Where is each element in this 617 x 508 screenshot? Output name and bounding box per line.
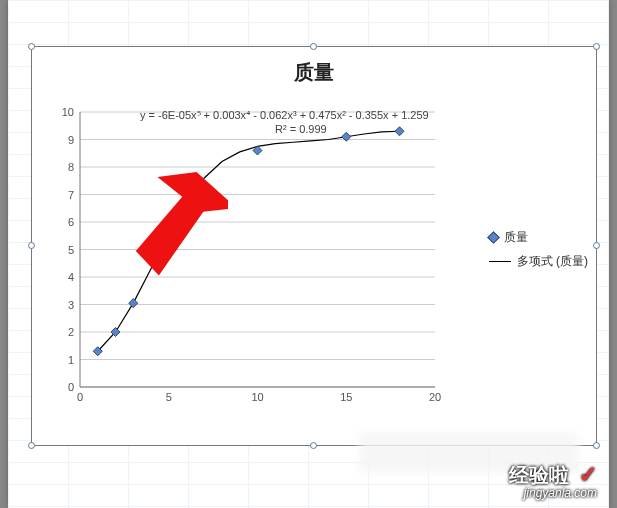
chart-svg: 01234567891005101520 y = -6E-05x⁵ + 0.00… [70,107,440,407]
data-point[interactable] [129,299,138,308]
trendline-r2[interactable]: R² = 0.999 [275,123,327,135]
y-tick-label: 9 [68,134,74,146]
y-tick-label: 1 [68,354,74,366]
document-page: 质量 01234567891005101520 y = -6E-05x⁵ + 0… [8,0,609,508]
resize-handle[interactable] [593,442,600,449]
x-tick-label: 5 [166,391,172,403]
resize-handle[interactable] [28,242,35,249]
chart-title[interactable]: 质量 [32,59,596,86]
y-tick-label: 7 [68,189,74,201]
line-icon [489,261,511,262]
watermark-url: jingyanla.com [509,487,597,500]
legend-item-series[interactable]: 质量 [489,227,588,247]
y-tick-label: 10 [62,106,74,118]
resize-handle[interactable] [593,43,600,50]
chart-plot-area[interactable]: 01234567891005101520 y = -6E-05x⁵ + 0.00… [70,107,440,407]
y-tick-label: 0 [68,381,74,393]
chart-legend[interactable]: 质量 多项式 (质量) [489,227,588,275]
watermark-text: 经验啦 [509,464,569,486]
watermark: 经验啦 ✓ jingyanla.com [509,463,597,500]
legend-item-trendline[interactable]: 多项式 (质量) [489,251,588,271]
checkmark-icon: ✓ [579,463,597,487]
resize-handle[interactable] [28,43,35,50]
resize-handle[interactable] [28,442,35,449]
x-tick-label: 15 [340,391,352,403]
data-point[interactable] [395,127,404,136]
y-tick-label: 5 [68,244,74,256]
legend-label: 多项式 (质量) [517,251,588,271]
resize-handle[interactable] [310,43,317,50]
diamond-marker-icon [487,231,500,244]
trendline[interactable] [98,131,400,351]
x-tick-label: 10 [251,391,263,403]
resize-handle[interactable] [593,242,600,249]
y-tick-label: 6 [68,216,74,228]
y-tick-label: 2 [68,326,74,338]
trendline-equation[interactable]: y = -6E-05x⁵ + 0.003x⁴ - 0.062x³ + 0.475… [140,109,429,121]
x-tick-label: 20 [429,391,441,403]
y-tick-label: 4 [68,271,74,283]
chart-object[interactable]: 质量 01234567891005101520 y = -6E-05x⁵ + 0… [31,46,597,446]
resize-handle[interactable] [310,442,317,449]
y-tick-label: 3 [68,299,74,311]
legend-label: 质量 [504,227,528,247]
y-tick-label: 8 [68,161,74,173]
x-tick-label: 0 [77,391,83,403]
